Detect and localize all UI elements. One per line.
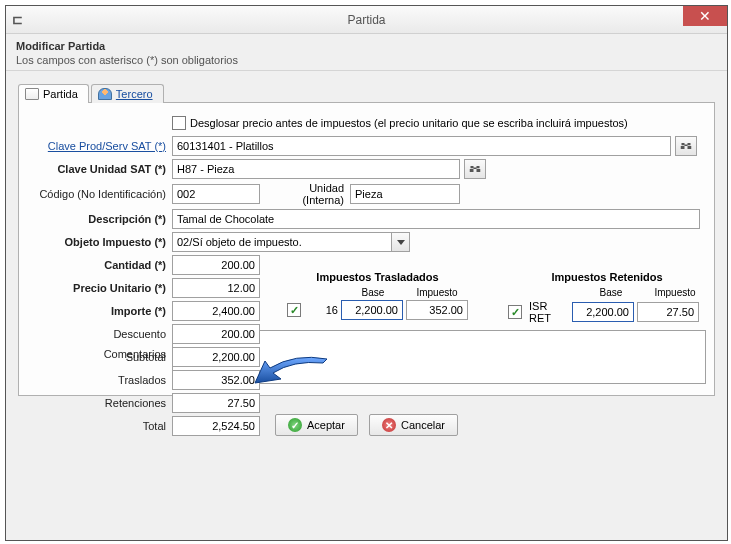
form-panel: Desglosar precio antes de impuestos (el … xyxy=(18,103,715,396)
input-subtotal[interactable] xyxy=(172,347,260,367)
label-descripcion: Descripción (*) xyxy=(27,213,172,225)
input-clave-unidad[interactable] xyxy=(172,159,460,179)
label-precio-unitario: Precio Unitario (*) xyxy=(27,282,172,294)
input-unidad-interna[interactable] xyxy=(350,184,460,204)
tab-tercero[interactable]: Tercero xyxy=(91,84,164,103)
checkbox-desglosar[interactable] xyxy=(172,116,186,130)
label-codigo: Código (No Identificación) xyxy=(27,188,172,200)
input-codigo[interactable] xyxy=(172,184,260,204)
tab-partida[interactable]: Partida xyxy=(18,84,89,103)
label-total: Total xyxy=(27,420,172,432)
input-importe[interactable] xyxy=(172,301,260,321)
search-prod-serv-button[interactable] xyxy=(675,136,697,156)
subheader: Modificar Partida Los campos con asteris… xyxy=(6,34,727,71)
binoculars-icon xyxy=(469,163,481,175)
tab-label: Partida xyxy=(43,88,78,100)
dialog-title: Modificar Partida xyxy=(16,40,717,52)
app-icon: ⊏ xyxy=(12,12,28,28)
label-desglosar: Desglosar precio antes de impuestos (el … xyxy=(190,117,628,129)
input-clave-prod-serv[interactable] xyxy=(172,136,671,156)
input-retenciones[interactable] xyxy=(172,393,260,413)
label-objeto-impuesto: Objeto Impuesto (*) xyxy=(27,236,172,248)
person-icon xyxy=(98,88,112,100)
label-traslados: Traslados xyxy=(27,374,172,386)
input-total[interactable] xyxy=(172,416,260,436)
label-cantidad: Cantidad (*) xyxy=(27,259,172,271)
titlebar: ⊏ Partida ✕ xyxy=(6,6,727,34)
input-precio-unitario[interactable] xyxy=(172,278,260,298)
label-clave-unidad: Clave Unidad SAT (*) xyxy=(27,163,172,175)
label-importe: Importe (*) xyxy=(27,305,172,317)
window-title: Partida xyxy=(347,13,385,27)
search-unidad-button[interactable] xyxy=(464,159,486,179)
card-icon xyxy=(25,88,39,100)
combo-objeto-impuesto[interactable] xyxy=(172,232,392,252)
chevron-down-icon[interactable] xyxy=(392,232,410,252)
input-descuento[interactable] xyxy=(172,324,260,344)
label-unidad-interna: Unidad (Interna) xyxy=(290,182,350,206)
close-button[interactable]: ✕ xyxy=(683,6,727,26)
input-traslados[interactable] xyxy=(172,370,260,390)
label-subtotal: Subtotal xyxy=(27,351,172,363)
dialog-subtitle: Los campos con asterisco (*) son obligat… xyxy=(16,54,717,66)
tab-strip: Partida Tercero xyxy=(18,81,715,103)
input-descripcion[interactable] xyxy=(172,209,700,229)
label-descuento: Descuento xyxy=(27,328,172,340)
label-retenciones: Retenciones xyxy=(27,397,172,409)
tab-label: Tercero xyxy=(116,88,153,100)
binoculars-icon xyxy=(680,140,692,152)
input-cantidad[interactable] xyxy=(172,255,260,275)
link-clave-prod-serv[interactable]: Clave Prod/Serv SAT (*) xyxy=(48,140,166,152)
